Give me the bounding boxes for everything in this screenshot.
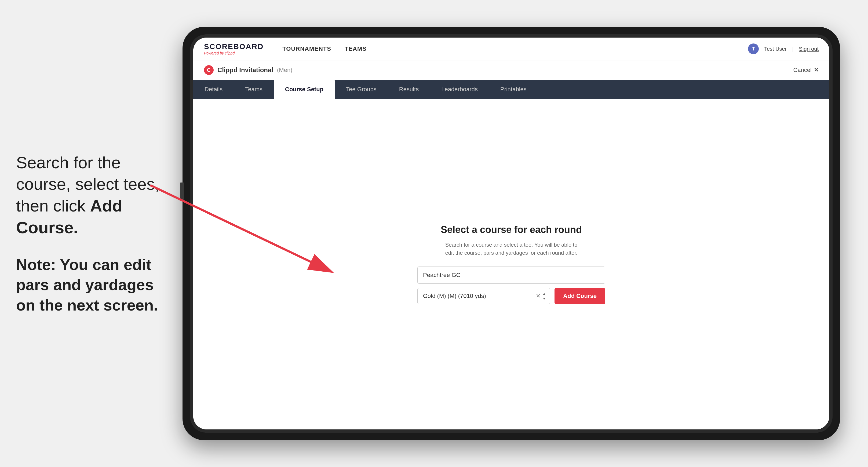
nav-tournaments[interactable]: TOURNAMENTS	[282, 45, 331, 52]
add-course-button[interactable]: Add Course	[555, 288, 605, 304]
tab-navigation: Details Teams Course Setup Tee Groups Re…	[193, 80, 829, 99]
user-name: Test User	[764, 46, 787, 52]
tee-down-button[interactable]: ▼	[541, 296, 547, 301]
tournament-header: C Clippd Invitational (Men) Cancel ✕	[193, 60, 829, 80]
logo-subtitle: Powered by clippd	[204, 51, 264, 55]
tab-results[interactable]: Results	[388, 80, 430, 99]
annotation-area: Search for the course, select tees, then…	[0, 0, 188, 467]
tee-controls: ▲ ▼	[541, 291, 547, 301]
cancel-label: Cancel	[794, 67, 812, 73]
instruction-text: Search for the course, select tees, then…	[16, 152, 172, 238]
main-nav: TOURNAMENTS TEAMS	[282, 45, 367, 52]
tee-clear-button[interactable]: ✕	[536, 292, 540, 300]
sign-out-link[interactable]: Sign out	[799, 46, 818, 52]
tab-teams[interactable]: Teams	[234, 80, 274, 99]
tab-course-setup[interactable]: Course Setup	[274, 80, 335, 99]
select-course-title: Select a course for each round	[441, 224, 582, 236]
app-header: SCOREBOARD Powered by clippd TOURNAMENTS…	[193, 38, 829, 60]
divider: |	[792, 46, 794, 52]
instruction-bold: Add Course.	[16, 196, 122, 237]
tab-leaderboards[interactable]: Leaderboards	[430, 80, 489, 99]
clippd-icon: C	[204, 65, 214, 75]
main-content: Select a course for each round Search fo…	[193, 99, 829, 429]
nav-teams[interactable]: TEAMS	[345, 45, 367, 52]
note-bold: Note: You can edit pars and yardages on …	[16, 256, 158, 314]
select-course-description: Search for a course and select a tee. Yo…	[444, 241, 579, 257]
tee-up-button[interactable]: ▲	[541, 291, 547, 296]
tournament-name: C Clippd Invitational (Men)	[204, 65, 292, 75]
course-select-container: Select a course for each round Search fo…	[417, 224, 605, 304]
tee-value-text: Gold (M) (M) (7010 yds)	[423, 292, 486, 300]
tee-select-row: Gold (M) (M) (7010 yds) ✕ ▲ ▼ Add Course	[417, 288, 605, 304]
header-right: T Test User | Sign out	[748, 43, 818, 54]
tee-select-value: Gold (M) (M) (7010 yds)	[417, 288, 550, 304]
tab-printables[interactable]: Printables	[489, 80, 538, 99]
logo-area: SCOREBOARD Powered by clippd	[204, 42, 264, 55]
course-search-input[interactable]	[417, 267, 605, 284]
header-left: SCOREBOARD Powered by clippd TOURNAMENTS…	[204, 42, 367, 55]
tab-tee-groups[interactable]: Tee Groups	[335, 80, 388, 99]
tablet-screen: SCOREBOARD Powered by clippd TOURNAMENTS…	[193, 38, 829, 429]
tournament-gender: (Men)	[277, 67, 292, 73]
tee-select-wrapper: Gold (M) (M) (7010 yds) ✕ ▲ ▼	[417, 288, 550, 304]
tablet-device: SCOREBOARD Powered by clippd TOURNAMENTS…	[183, 27, 840, 440]
user-avatar: T	[748, 43, 759, 54]
cancel-button[interactable]: Cancel ✕	[794, 67, 818, 73]
cancel-x-icon: ✕	[814, 67, 818, 73]
tablet-side-button	[180, 183, 184, 201]
logo-title: SCOREBOARD	[204, 42, 264, 51]
note-text: Note: You can edit pars and yardages on …	[16, 254, 172, 315]
tablet-inner: SCOREBOARD Powered by clippd TOURNAMENTS…	[190, 34, 833, 433]
tournament-title: Clippd Invitational	[217, 66, 273, 74]
tab-details[interactable]: Details	[193, 80, 234, 99]
